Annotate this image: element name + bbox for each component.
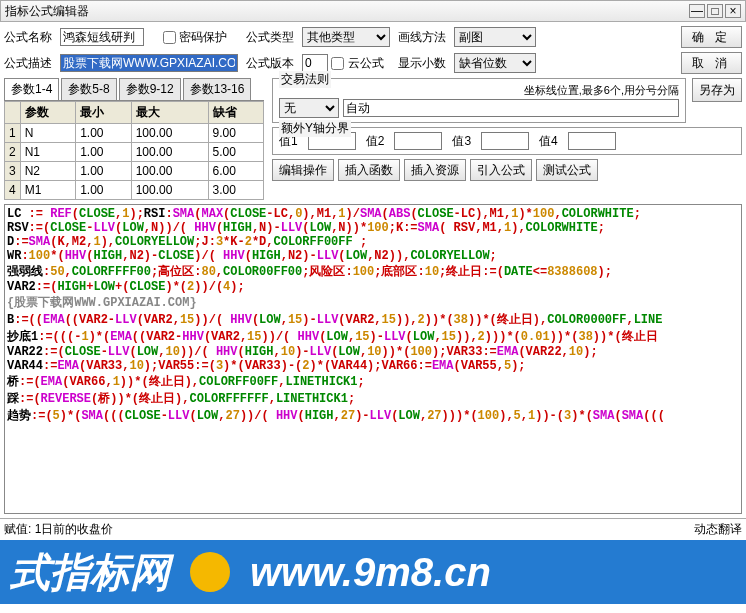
tab-params-13-16[interactable]: 参数13-16 <box>183 78 252 100</box>
name-label: 公式名称 <box>4 29 52 46</box>
yval2-input[interactable] <box>394 132 442 150</box>
table-row[interactable]: 2N11.00100.005.00 <box>5 143 264 162</box>
close-icon[interactable]: × <box>725 4 741 18</box>
yaxis-group: 额外Y轴分界 值1 值2 值3 值4 <box>272 127 742 155</box>
trade-rule-select[interactable]: 无 <box>279 98 339 118</box>
ver-label: 公式版本 <box>246 55 294 72</box>
insert-res-button[interactable]: 插入资源 <box>404 159 466 181</box>
tab-params-5-8[interactable]: 参数5-8 <box>61 78 116 100</box>
formula-name-input[interactable] <box>60 28 144 46</box>
version-input[interactable] <box>302 54 328 72</box>
desc-label: 公式描述 <box>4 55 52 72</box>
tab-params-1-4[interactable]: 参数1-4 <box>4 78 59 100</box>
table-row[interactable]: 1N1.00100.009.00 <box>5 124 264 143</box>
window-title: 指标公式编辑器 <box>5 3 687 20</box>
coord-input[interactable] <box>343 99 679 117</box>
tab-params-9-12[interactable]: 参数9-12 <box>119 78 181 100</box>
maximize-icon[interactable]: □ <box>707 4 723 18</box>
cancel-button[interactable]: 取 消 <box>681 52 742 74</box>
type-label: 公式类型 <box>246 29 294 46</box>
titlebar: 指标公式编辑器 — □ × <box>0 0 746 22</box>
param-tabs: 参数1-4 参数5-8 参数9-12 参数13-16 <box>4 78 264 101</box>
cloud-checkbox[interactable] <box>331 57 344 70</box>
dec-label: 显示小数 <box>398 55 446 72</box>
password-checkbox[interactable] <box>163 31 176 44</box>
table-row[interactable]: 4M11.00100.003.00 <box>5 181 264 200</box>
draw-label: 画线方法 <box>398 29 446 46</box>
logo-icon <box>190 552 230 592</box>
param-table: 参数最小最大缺省 1N1.00100.009.002N11.00100.005.… <box>4 101 264 200</box>
formula-type-select[interactable]: 其他类型 <box>302 27 390 47</box>
code-editor[interactable]: LC := REF(CLOSE,1);RSI:SMA(MAX(CLOSE-LC,… <box>4 204 742 514</box>
edit-button[interactable]: 编辑操作 <box>272 159 334 181</box>
decimals-select[interactable]: 缺省位数 <box>454 53 536 73</box>
table-row[interactable]: 3N21.00100.006.00 <box>5 162 264 181</box>
import-button[interactable]: 引入公式 <box>470 159 532 181</box>
saveas-button[interactable]: 另存为 <box>692 78 742 102</box>
formula-desc-input[interactable] <box>60 54 238 72</box>
trade-rule-group: 交易法则 坐标线位置,最多6个,用分号分隔 无 <box>272 78 686 123</box>
statusbar: 赋值: 1日前的收盘价 动态翻译 <box>0 518 746 540</box>
draw-method-select[interactable]: 副图 <box>454 27 536 47</box>
yval3-input[interactable] <box>481 132 529 150</box>
ok-button[interactable]: 确 定 <box>681 26 742 48</box>
minimize-icon[interactable]: — <box>689 4 705 18</box>
pwd-group: 密码保护 <box>163 29 238 46</box>
test-button[interactable]: 测试公式 <box>536 159 598 181</box>
insert-func-button[interactable]: 插入函数 <box>338 159 400 181</box>
footer-banner: 式指标网 www.9m8.cn <box>0 540 746 604</box>
yval4-input[interactable] <box>568 132 616 150</box>
